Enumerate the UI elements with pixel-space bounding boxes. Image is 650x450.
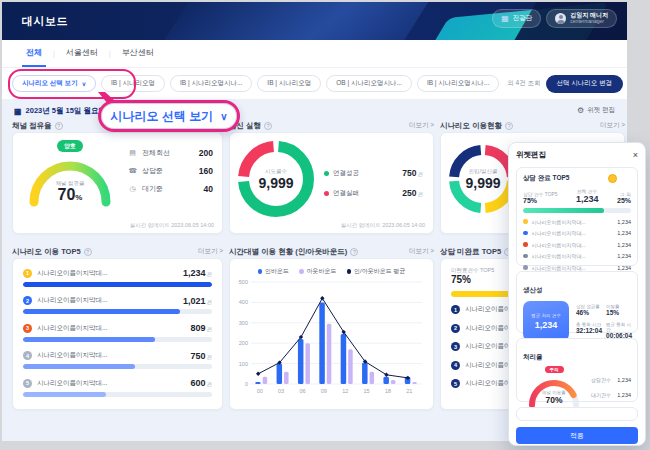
rate-stat-row: 상담건수1,234 (591, 377, 631, 383)
scenario-chip[interactable]: OB | 시나리오명시나... (326, 75, 412, 92)
widget-edit-label: 위젯 편집 (587, 106, 615, 115)
rank-badge: 3 (23, 324, 32, 333)
legend-item: 연결성공750건 (324, 168, 423, 178)
productivity-stat: 상담 성공률46% (576, 304, 602, 316)
channel-card-title: 채널 점유율 (12, 121, 52, 131)
panel-top5-row: 시나리오이름이지막대...1,234 (523, 253, 631, 259)
channel-stat-row: ☎상담중160 (128, 166, 213, 176)
lines-icon: ▤ (128, 149, 137, 157)
stat-value: 200 (199, 148, 213, 158)
legend-dot (523, 219, 528, 224)
panel-total-value: 1,234 (557, 194, 617, 204)
productivity-stat: 총 통화 시간32:12:04 (576, 322, 602, 339)
legend-label: 인바운드 (265, 267, 289, 276)
help-icon[interactable]: ? (350, 248, 358, 256)
stat-value: 15% (606, 309, 632, 316)
top5-row: 5시나리오이름이지막대...600건 (23, 378, 212, 397)
scenario-select-callout[interactable]: 시나리오 선택 보기 ∨ (98, 100, 240, 132)
svg-text:0: 0 (245, 381, 248, 387)
usage-value: 1,234건 (183, 268, 212, 278)
productivity-stat: 평균 통화 시간00:06:04 (606, 322, 632, 339)
usage-bar-fill (23, 392, 106, 397)
svg-text:15: 15 (364, 388, 370, 394)
more-link[interactable]: 더보기 > (600, 121, 625, 130)
more-link[interactable]: 더보기 > (409, 247, 434, 256)
stat-value: 46% (576, 309, 602, 316)
legend-dot (347, 269, 352, 274)
outbound-legend: 연결성공750건연결실패250건 (314, 141, 425, 225)
panel-top5-row: 시나리오이름이지막대...1,234 (523, 242, 631, 248)
more-scenarios-text: 외 4건 조회 (507, 79, 540, 88)
scenario-select-label: 시나리오 선택 보기 (22, 79, 78, 88)
panel-widget-productivity[interactable]: 생산성 평균 처리 건수 1,234 상담 성공률46%이탈률15%총 통화 시… (516, 271, 638, 333)
rank-badge: 2 (451, 324, 460, 333)
stat-value: 32:12:04 (576, 327, 602, 334)
rate-gauge: 채널 이용률 70% (526, 375, 582, 409)
help-icon[interactable]: ? (264, 122, 272, 130)
updated-timestamp: 실시간 업데이트 2023.06.05 14:00 (130, 222, 214, 229)
panel-widget-rate[interactable]: 처리율 주의 채널 이용 (516, 338, 638, 402)
change-scenario-button[interactable]: 선택 시나리오 변경 (546, 75, 624, 93)
close-icon[interactable]: × (633, 151, 638, 160)
svg-text:300: 300 (239, 320, 248, 326)
row-value: 1,234 (617, 242, 631, 248)
top5-row: 3시나리오이름이지막대...809건 (23, 323, 212, 342)
legend-value: 250건 (402, 188, 423, 198)
panel-widget-time[interactable]: 생산성·평균 통화 시간 평균 통화 시간 (516, 407, 638, 421)
callout-label: 시나리오 선택 보기 (111, 108, 214, 125)
panel-stat-value: 75% (523, 197, 557, 204)
tab-center-2[interactable]: 부산센터 (118, 40, 158, 67)
scenario-chip[interactable]: IB | 시나리오명시나... (417, 75, 499, 92)
help-icon[interactable]: ? (505, 122, 513, 130)
board-button[interactable]: ▦ 전광판 (492, 9, 541, 28)
scenario-top5-title: 시나리오 이용 TOP5 (12, 247, 81, 257)
stat-value: 1,234 (617, 377, 631, 383)
scenario-chip[interactable]: IB | 시나리오명시나... (170, 75, 252, 92)
scenario-chip[interactable]: IB | 시나리오명 (257, 75, 321, 92)
highlight-label: 평균 처리 건수 (531, 313, 561, 318)
outbound-donut: 시도콜수 9,999 (238, 141, 314, 217)
widget-edit-link[interactable]: ⚙ 위젯 편집 (577, 106, 615, 115)
panel-top5-row: 시나리오이름이지막대...1,234 (523, 219, 631, 225)
tab-all[interactable]: 전체 (22, 40, 46, 67)
panel-progress-fill (523, 208, 604, 213)
clock-icon: ◷ (128, 185, 137, 193)
scenario-status-title: 시나리오 이용현황 (440, 121, 502, 131)
incomplete-top5-title: 상담 미완료 TOP5 (440, 247, 501, 257)
incomplete-stat-label: 미완료건수 TOP5 (451, 267, 494, 274)
legend-dot (258, 269, 263, 274)
usage-bar-track (23, 309, 212, 314)
scenario-select-dropdown[interactable]: 시나리오 선택 보기 ∨ (12, 75, 96, 92)
panel-top5-rows: 시나리오이름이지막대...1,234시나리오이름이지막대...1,234시나리오… (523, 219, 631, 271)
channel-share-card: 채널 점유율 ? 양호 (12, 119, 223, 234)
warning-badge: 주의 (545, 366, 564, 373)
help-icon[interactable]: ? (55, 122, 63, 130)
top5-row: 4시나리오이름이지막대...750건 (23, 351, 212, 370)
legend-item: 연결실패250건 (324, 188, 423, 198)
tab-center-1[interactable]: 서울센터 (62, 40, 102, 67)
donut-center-label: 시도콜수 (265, 168, 287, 175)
help-icon[interactable]: ? (84, 248, 92, 256)
grid-icon: ▦ (501, 15, 509, 23)
gauge-value: 70% (26, 186, 114, 204)
productivity-highlight-box: 평균 처리 건수 1,234 (523, 301, 569, 341)
chevron-down-icon: ∨ (82, 80, 86, 87)
apply-button[interactable]: 적용 (516, 427, 638, 444)
tab-separator: | (102, 40, 118, 67)
hourly-usage-card: 시간대별 이용 현황 (인/아웃바운드) ? 더보기 > 인바운드아웃바운드인/… (229, 245, 434, 410)
more-link[interactable]: 더보기 > (198, 247, 223, 256)
scenario-name: 시나리오이름이지막대... (37, 379, 107, 388)
stat-label: 총 통화 시간 (576, 322, 602, 327)
date-text: 2023년 5월 15일 월요일 (26, 106, 106, 116)
scenario-name: 시나리오이름이지막대... (37, 296, 107, 305)
scenario-chip[interactable]: IB | 시나리오명 (101, 75, 165, 92)
usage-value: 1,021건 (183, 296, 212, 306)
legend-value: 750건 (402, 168, 423, 178)
phone-icon: ☎ (128, 167, 137, 175)
panel-widget-top5[interactable]: 상담 완료 TOP5 상담 건수 TOP5 75% 전체 건수 1,234 그 … (516, 167, 638, 266)
more-link[interactable]: 더보기 > (409, 121, 434, 130)
svg-text:00: 00 (257, 388, 263, 394)
user-menu-button[interactable]: 김일지 매니저 centermanager (546, 9, 617, 28)
gear-icon: ⚙ (577, 106, 584, 115)
channel-stat-row: ▤전체회선200 (128, 148, 213, 158)
